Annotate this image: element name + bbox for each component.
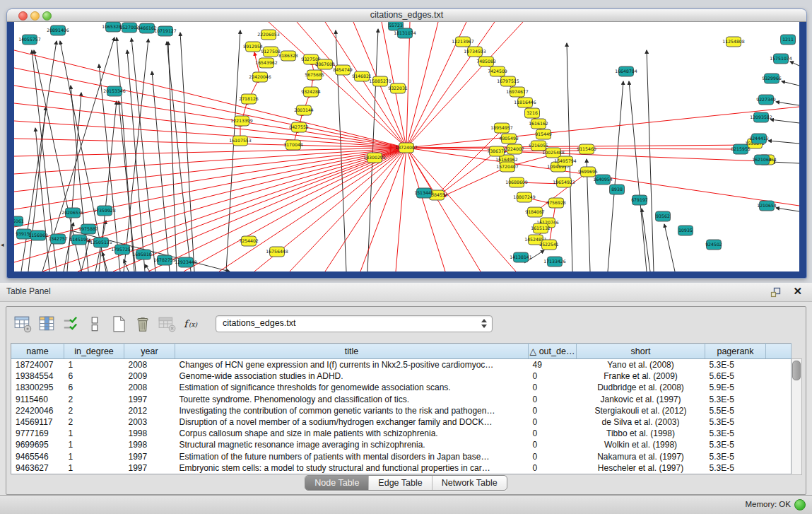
table-row[interactable]: 1938455462009Genome-wide association stu… [11, 370, 792, 382]
table-cell[interactable]: 1 [64, 451, 124, 462]
tab-node-table[interactable]: Node Table [305, 476, 369, 490]
table-cell[interactable]: 1998 [124, 428, 175, 439]
table-cell[interactable]: 9699695 [11, 439, 64, 450]
table-row[interactable]: 1456911722003Disruption of a novel membe… [11, 416, 792, 428]
column-header-in_degree[interactable]: in_degree [64, 344, 124, 359]
table-cell[interactable]: 5.3E-5 [705, 462, 766, 474]
graph-node[interactable]: 3170044 [283, 140, 303, 150]
float-window-icon[interactable] [770, 286, 781, 298]
table-cell[interactable]: 9463627 [11, 462, 64, 474]
graph-node[interactable]: 16543962 [255, 58, 278, 68]
graph-node[interactable]: 1210654 [757, 201, 777, 211]
table-cell[interactable]: 0 [529, 451, 577, 462]
tab-network-table[interactable]: Network Table [433, 476, 507, 490]
graph-node[interactable]: 17133426 [543, 257, 566, 267]
table-cell[interactable] [766, 416, 792, 428]
table-cell[interactable]: 49 [529, 359, 577, 371]
table-cell[interactable]: 5.6E-5 [705, 370, 766, 382]
graph-node[interactable]: 16648784 [615, 66, 637, 76]
graph-node[interactable]: 1342757 [48, 234, 68, 244]
graph-node[interactable]: 1615132 [531, 223, 551, 233]
table-cell[interactable]: 1 [64, 428, 124, 439]
table-cell[interactable]: 0 [529, 439, 577, 450]
graph-node[interactable]: 10688609 [505, 177, 528, 187]
graph-node[interactable]: 2522541 [539, 240, 559, 250]
graph-node[interactable]: 1616162 [529, 119, 548, 129]
table-cell[interactable]: 19384554 [11, 370, 64, 382]
table-cell[interactable]: 6 [64, 382, 124, 393]
table-row[interactable]: 946362711997Embryonic stem cells: a mode… [11, 462, 792, 474]
table-cell[interactable]: 5.3E-5 [705, 451, 766, 462]
graph-node[interactable]: 9756928 [546, 198, 566, 208]
table-cell[interactable] [766, 439, 792, 450]
table-cell[interactable]: 5.5E-5 [705, 405, 766, 416]
graph-node[interactable]: 18954957 [490, 123, 513, 133]
table-select-dropdown[interactable]: citations_edges.txt [216, 315, 493, 332]
table-row[interactable]: 2242004622012Investigating the contribut… [11, 405, 792, 416]
graph-node[interactable]: 8186328 [278, 51, 298, 61]
table-cell[interactable]: 0 [529, 405, 577, 416]
graph-node[interactable]: 9699695 [578, 167, 598, 177]
table-cell[interactable]: Dudbridge et al. (2008) [577, 382, 705, 393]
tab-edge-table[interactable]: Edge Table [369, 476, 432, 490]
table-cell[interactable]: 18724007 [11, 359, 64, 371]
graph-node[interactable]: 8427552 [289, 122, 309, 132]
graph-node[interactable]: 10719127 [154, 26, 177, 36]
table-cell[interactable]: 18300295 [11, 382, 64, 393]
table-row[interactable]: 977716911998Corpus callosum shape and si… [11, 428, 792, 439]
function-builder-icon[interactable]: f(x) [182, 315, 200, 333]
graph-node[interactable]: 22420046 [249, 72, 271, 82]
table-cell[interactable]: 1 [64, 439, 124, 450]
graph-node[interactable]: 19654923 [553, 177, 575, 187]
table-row[interactable]: 969969511998Structural magnetic resonanc… [11, 439, 792, 450]
graph-node[interactable]: 14055757 [18, 35, 41, 45]
column-visibility-icon[interactable] [37, 315, 56, 333]
graph-node[interactable]: 20206536 [61, 208, 84, 218]
table-cell[interactable]: Genome-wide association studies in ADHD. [175, 370, 529, 382]
delete-icon[interactable] [134, 315, 152, 333]
table-cell[interactable]: 2008 [124, 359, 175, 371]
graph-node[interactable]: 20891406 [47, 25, 69, 35]
graph-node[interactable]: 7386372 [487, 146, 507, 156]
graph-node[interactable]: 15885270 [369, 76, 392, 86]
graph-node[interactable]: 20153346 [103, 86, 126, 96]
graph-node[interactable]: 15751074 [770, 54, 792, 64]
graph-node[interactable]: 18807249 [513, 192, 536, 202]
table-cell[interactable]: 1 [64, 462, 124, 474]
table-cell[interactable]: 2008 [124, 382, 175, 393]
table-cell[interactable]: 2 [64, 405, 124, 416]
panel-collapse-arrow[interactable]: ◂ [1, 241, 4, 248]
graph-node[interactable]: 8938 [610, 185, 625, 194]
table-row[interactable]: 1872400712008Changes of HCN gene express… [11, 359, 792, 371]
table-cell[interactable]: Hescheler et al. (1997) [577, 462, 705, 474]
graph-node[interactable]: 1527002 [119, 23, 139, 33]
table-cell[interactable]: 0 [529, 382, 577, 393]
graph-node[interactable]: 7424509 [488, 66, 507, 76]
table-cell[interactable] [766, 462, 792, 474]
graph-node[interactable]: 6216055 [529, 141, 548, 151]
table-cell[interactable]: 5.3E-5 [705, 416, 766, 428]
table-cell[interactable]: 6 [64, 370, 124, 382]
table-cell[interactable]: Changes of HCN gene expression and I(f) … [175, 359, 529, 371]
table-cell[interactable]: 0 [529, 416, 577, 428]
table-cell[interactable]: 5.3E-5 [705, 428, 766, 439]
table-cell[interactable] [766, 428, 792, 439]
graph-node[interactable]: 16797515 [497, 76, 519, 86]
table-cell[interactable]: Estimation of the future numbers of pati… [175, 451, 529, 462]
graph-node[interactable]: 9324284 [301, 87, 321, 97]
new-file-icon[interactable] [110, 315, 128, 333]
graph-node[interactable]: 9227349 [756, 95, 776, 105]
table-cell[interactable]: Investigating the contribution of common… [175, 405, 529, 416]
graph-node[interactable]: 8215955 [731, 144, 751, 154]
graph-node[interactable]: 915449 [535, 129, 552, 139]
table-scrollbar-thumb[interactable] [792, 361, 801, 380]
table-cell[interactable]: 5.3E-5 [705, 439, 766, 450]
graph-node[interactable]: 1244413 [749, 134, 769, 144]
table-cell[interactable]: 1997 [124, 394, 175, 405]
table-cell[interactable]: Tourette syndrome. Phenomenology and cla… [175, 394, 529, 405]
column-header-title[interactable]: title [175, 344, 529, 359]
table-cell[interactable]: 0 [529, 394, 577, 405]
graph-node[interactable]: 1513445 [414, 188, 434, 198]
table-cell[interactable]: Nakamura et al. (1997) [577, 451, 705, 462]
table-cell[interactable]: 1997 [124, 451, 175, 462]
